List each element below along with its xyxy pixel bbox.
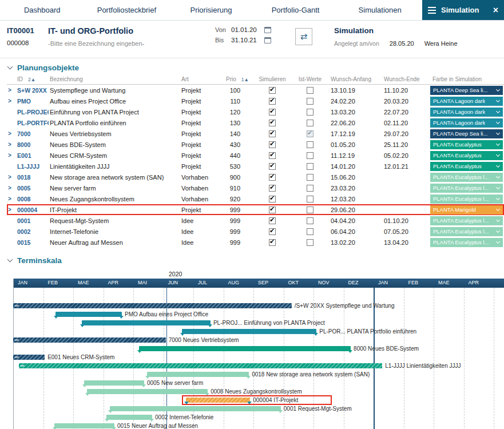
table-row-PL-PROJECT[interactable]: PL-PROJECTEinführung von PLANTA ProjectP… [7, 106, 504, 117]
checkbox[interactable] [269, 206, 276, 213]
gantt-bar-L1JJJJ[interactable]: «« [19, 363, 382, 368]
ist-werte-checkbox[interactable] [293, 130, 327, 137]
refresh-button[interactable]: ⇄ [295, 28, 312, 45]
checkbox[interactable] [307, 87, 313, 94]
expand-icon[interactable]: > [7, 98, 13, 104]
table-row-0018[interactable]: >0018New storage area network system (SA… [7, 172, 504, 182]
simulieren-checkbox[interactable] [252, 206, 293, 213]
col-prio[interactable]: Prio1▲ [225, 76, 252, 82]
gantt-bar-0005[interactable] [84, 380, 144, 386]
ist-werte-checkbox[interactable] [293, 228, 327, 235]
gantt-bar-PLPOR[interactable] [182, 329, 316, 334]
color-select[interactable]: PLANTA Eucalyptus [429, 162, 504, 171]
expand-icon[interactable]: > [7, 174, 13, 180]
color-select-pill[interactable]: PLANTA Lagoon dark [430, 118, 503, 128]
table-row-L1-JJJJ[interactable]: L1-JJJJLinientätigkeiten JJJJProjekt5301… [7, 161, 504, 172]
color-select[interactable]: PLANTA Marigold [429, 205, 504, 214]
checkbox[interactable] [307, 130, 313, 137]
close-icon[interactable]: × [493, 6, 498, 15]
terminskala-header[interactable]: Terminskala [0, 251, 504, 267]
checkbox[interactable] [307, 185, 313, 192]
ist-werte-checkbox[interactable] [293, 174, 327, 181]
col-ist-werte[interactable]: Ist-Werte [293, 76, 327, 82]
color-select[interactable]: PLANTA Deep Sea li... [429, 129, 504, 138]
checkbox[interactable] [307, 196, 313, 202]
checkbox[interactable] [269, 120, 276, 126]
color-select[interactable]: PLANTA Eucalyptus l... [429, 173, 504, 182]
checkbox[interactable] [269, 98, 276, 105]
gantt-bar-0001[interactable] [110, 406, 281, 411]
ist-werte-checkbox[interactable] [293, 141, 327, 148]
checkbox[interactable] [307, 163, 313, 170]
table-row-E001[interactable]: >E001Neues CRM-SystemProjekt44011.12.190… [7, 150, 504, 161]
checkbox[interactable] [269, 141, 276, 148]
expand-icon[interactable]: > [7, 141, 13, 148]
hamburger-menu-icon[interactable] [428, 7, 436, 14]
color-select-pill[interactable]: PLANTA Eucalyptus l... [430, 238, 503, 247]
checkbox[interactable] [269, 196, 276, 202]
expand-icon[interactable]: > [7, 206, 13, 213]
calendar-icon[interactable] [264, 37, 271, 43]
checkbox[interactable] [269, 185, 276, 192]
expand-icon[interactable]: > [7, 152, 13, 158]
color-select[interactable]: PLANTA Eucalyptus l... [429, 216, 504, 225]
checkbox[interactable] [269, 217, 276, 224]
checkbox[interactable] [269, 228, 276, 235]
portfolio-subtitle[interactable]: -Bitte eine Bezeichnung eingeben- [48, 40, 215, 47]
checkbox[interactable] [269, 174, 276, 181]
col-wunsch-anfang[interactable]: Wunsch-Anfang [327, 76, 380, 82]
col-simulieren[interactable]: Simulieren [252, 76, 293, 82]
table-row-0008[interactable]: >0008Neues ZugangskontrollsystemVorhaben… [7, 193, 504, 204]
collapse-chevron-icon[interactable] [7, 64, 13, 70]
gantt-bar-E001[interactable]: «« [13, 355, 45, 360]
color-select-pill[interactable]: PLANTA Lagoon dark [430, 97, 503, 106]
expand-icon[interactable]: > [7, 196, 13, 202]
checkbox[interactable] [307, 174, 313, 181]
ist-werte-checkbox[interactable] [293, 185, 327, 192]
table-row-0015[interactable]: 0015Neuer Auftrag auf MessenIdee99913.02… [7, 237, 504, 248]
gantt-bar-0008[interactable] [87, 389, 208, 394]
checkbox[interactable] [269, 152, 276, 159]
color-select-pill[interactable]: PLANTA Marigold [430, 205, 503, 214]
gantt-bar-PMO[interactable] [55, 312, 122, 317]
simulieren-checkbox[interactable] [252, 120, 293, 126]
planungsobjekte-header[interactable]: Planungsobjekte [0, 58, 504, 74]
checkbox[interactable] [307, 152, 313, 159]
color-select-pill[interactable]: PLANTA Eucalyptus l... [430, 216, 503, 225]
gantt-bar-7000[interactable]: «« [13, 337, 166, 343]
gantt-bar-0018[interactable] [147, 372, 249, 377]
color-select-pill[interactable]: PLANTA Eucalyptus [430, 151, 503, 160]
checkbox[interactable] [269, 239, 276, 246]
simulieren-checkbox[interactable] [252, 130, 293, 137]
color-select[interactable]: PLANTA Eucalyptus l... [429, 227, 504, 236]
ist-werte-checkbox[interactable] [293, 239, 327, 246]
color-select-pill[interactable]: PLANTA Deep Sea li... [430, 129, 503, 138]
table-row-PMO[interactable]: >PMOAufbau eines Project OfficeProjekt11… [7, 96, 504, 106]
color-select[interactable]: PLANTA Eucalyptus l... [429, 194, 504, 204]
table-row-8000[interactable]: >8000Neues BDE-SystemProjekt43001.05.202… [7, 139, 504, 150]
ist-werte-checkbox[interactable] [293, 120, 327, 126]
gantt-bar-000004[interactable] [186, 398, 250, 403]
nav-item-portfoliosteckbrief[interactable]: Portfoliosteckbrief [85, 0, 169, 20]
col-art[interactable]: Art [180, 76, 225, 82]
ist-werte-checkbox[interactable] [293, 206, 327, 213]
checkbox[interactable] [307, 228, 313, 235]
simulieren-checkbox[interactable] [252, 196, 293, 202]
nav-item-dashboard[interactable]: Dashboard [0, 0, 85, 20]
simulieren-checkbox[interactable] [252, 174, 293, 181]
color-select[interactable]: PLANTA Lagoon dark [429, 108, 504, 117]
color-select-pill[interactable]: PLANTA Eucalyptus [430, 140, 503, 149]
color-select[interactable]: PLANTA Lagoon dark [429, 118, 504, 128]
color-select-pill[interactable]: PLANTA Eucalyptus [430, 162, 503, 171]
bis-date-field[interactable]: 31.10.21 [231, 37, 261, 43]
table-row-0001[interactable]: 0001Request-Mgt-SystemIdee99904.04.2001.… [7, 215, 504, 226]
checkbox[interactable] [307, 120, 313, 126]
col-wunsch-ende[interactable]: Wunsch-Ende [380, 76, 429, 82]
ist-werte-checkbox[interactable] [293, 152, 327, 159]
color-select[interactable]: PLANTA Eucalyptus l... [429, 238, 504, 247]
simulieren-checkbox[interactable] [252, 185, 293, 192]
color-select[interactable]: PLANTA Lagoon dark [429, 97, 504, 106]
ist-werte-checkbox[interactable] [293, 87, 327, 94]
color-select-pill[interactable]: PLANTA Lagoon dark [430, 108, 503, 117]
checkbox[interactable] [269, 130, 276, 137]
